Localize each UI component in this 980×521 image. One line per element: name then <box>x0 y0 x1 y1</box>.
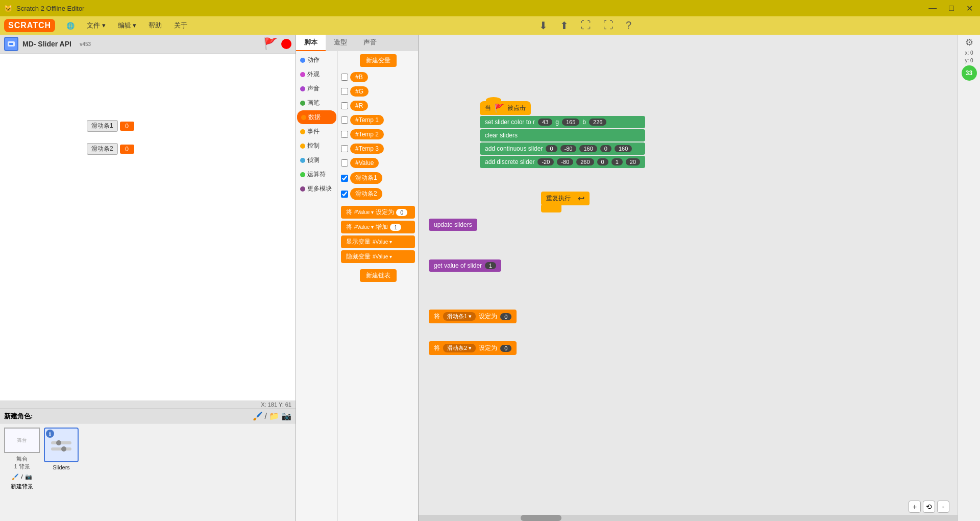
var-slider2-checkbox[interactable] <box>341 191 348 198</box>
var-b-checkbox[interactable] <box>341 74 348 81</box>
category-events[interactable]: 事件 <box>296 125 337 138</box>
var-value-block[interactable]: #Value <box>350 158 379 168</box>
turbo-icon[interactable]: ⛶ <box>601 18 616 33</box>
category-sound[interactable]: 声音 <box>296 82 337 96</box>
get-value-block[interactable]: get value of slider 1 <box>429 259 501 272</box>
var-r-checkbox[interactable] <box>341 102 348 109</box>
looks-dot <box>300 72 305 77</box>
menu-file[interactable]: 文件 ▾ <box>82 19 111 32</box>
sprite-thumbnail <box>4 37 18 51</box>
zoom-reset-button[interactable]: ⟲ <box>923 501 935 513</box>
new-backdrop-label: 新建背景 <box>11 483 33 490</box>
increase-variable-block[interactable]: 将 #Value ▾ 增加 1 <box>341 221 415 233</box>
category-looks[interactable]: 外观 <box>296 67 337 81</box>
var-slider2-block[interactable]: 滑动条2 <box>350 188 382 200</box>
red-stop-button[interactable] <box>281 39 291 49</box>
var-temp2-block[interactable]: #Temp 2 <box>350 129 384 139</box>
fullscreen-icon[interactable]: ⛶ <box>579 18 593 33</box>
close-button[interactable]: ✕ <box>963 3 976 14</box>
var-g-block[interactable]: #G <box>350 86 369 97</box>
var-r-block[interactable]: #R <box>350 101 368 111</box>
bottom-scrollbar-thumb[interactable] <box>521 515 561 521</box>
disc-val-3: 0 <box>597 158 608 165</box>
var-increase-dropdown[interactable]: #Value ▾ <box>354 224 374 230</box>
tab-sounds[interactable]: 声音 <box>355 35 385 51</box>
hide-var-dropdown[interactable]: #Value ▾ <box>373 254 392 259</box>
maximize-button[interactable]: □ <box>946 3 957 14</box>
when-flag-clicked-block[interactable]: 当 🚩 被点击 <box>480 101 531 115</box>
var-dropdown[interactable]: #Value ▾ <box>354 209 374 215</box>
sprite-indicator[interactable]: 33 <box>962 65 977 81</box>
category-motion[interactable]: 动作 <box>296 53 337 67</box>
menu-help[interactable]: 帮助 <box>143 19 167 32</box>
zoom-in-button[interactable]: + <box>909 501 921 513</box>
set-variable-block[interactable]: 将 #Value ▾ 设定为 0 <box>341 206 415 219</box>
sprite-sliders[interactable]: ℹ Sliders <box>44 428 79 517</box>
add-discrete-slider-block[interactable]: add discrete slider -20 -80 260 0 1 20 <box>480 156 645 168</box>
menu-about[interactable]: 关于 <box>169 19 192 32</box>
camera-sprite-icon[interactable]: 📷 <box>281 411 291 421</box>
new-list-button[interactable]: 新建链表 <box>360 269 397 282</box>
repeat-block[interactable]: 重复执行 ↩ <box>541 192 590 205</box>
hide-variable-block[interactable]: 隐藏变量 #Value ▾ <box>341 250 415 263</box>
minimize-button[interactable]: — <box>925 3 940 14</box>
var-temp1-checkbox[interactable] <box>341 116 348 124</box>
category-operators[interactable]: 运算符 <box>296 168 337 181</box>
help-icon[interactable]: ? <box>624 18 633 33</box>
show-var-dropdown[interactable]: #Value ▾ <box>373 239 392 245</box>
var-temp1-block[interactable]: #Temp 1 <box>350 115 384 125</box>
var-g-checkbox[interactable] <box>341 88 348 95</box>
slider-1-widget[interactable]: 滑动条1 0 <box>87 120 134 132</box>
menu-edit[interactable]: 编辑 ▾ <box>113 19 142 32</box>
var-row-temp2: #Temp 2 <box>341 128 415 140</box>
sprite-name-label: MD- Slider API <box>22 40 71 48</box>
tab-script[interactable]: 脚本 <box>296 35 326 51</box>
tab-costumes[interactable]: 造型 <box>326 35 355 51</box>
set-slider1-block[interactable]: 将 滑动条1 ▾ 设定为 0 <box>429 310 517 323</box>
new-backdrop-camera[interactable]: 📷 <box>25 473 32 480</box>
info-panel: ⚙ x: 0 y: 0 33 <box>958 35 980 521</box>
var-value-checkbox[interactable] <box>341 159 348 167</box>
category-sensing[interactable]: 侦测 <box>296 153 337 167</box>
add-continuous-slider-block[interactable]: add continuous slider 0 -80 160 0 160 <box>480 143 645 155</box>
set-s2-to: 设定为 <box>479 344 497 352</box>
category-data[interactable]: 数据 <box>297 110 336 124</box>
clear-sliders-block[interactable]: clear sliders <box>480 129 645 141</box>
new-backdrop-upload[interactable]: / <box>21 473 22 480</box>
var-temp3-checkbox[interactable] <box>341 145 348 152</box>
category-control[interactable]: 控制 <box>296 139 337 153</box>
var-slider1-checkbox[interactable] <box>341 175 348 182</box>
slider-2-widget[interactable]: 滑动条2 0 <box>87 143 134 155</box>
new-variable-button[interactable]: 新建变量 <box>360 54 397 67</box>
sprite-info-icon[interactable]: ℹ <box>46 430 54 438</box>
var-temp2-checkbox[interactable] <box>341 131 348 138</box>
show-variable-block[interactable]: 显示变量 #Value ▾ <box>341 235 415 248</box>
sprite-name: MD- Slider API v453 <box>4 37 95 51</box>
green-flag-button[interactable]: 🚩 <box>263 37 277 51</box>
new-sprite-icon[interactable]: 🖌️ <box>253 411 263 421</box>
slider1-dropdown[interactable]: 滑动条1 ▾ <box>443 312 476 321</box>
zoom-out-button[interactable]: - <box>937 501 949 513</box>
var-slider1-block[interactable]: 滑动条1 <box>350 172 382 184</box>
sprites-header: 新建角色: 🖌️ / 📁 📷 <box>0 409 296 423</box>
category-more-blocks[interactable]: 更多模块 <box>296 182 337 196</box>
stage-thumbnail[interactable]: 舞台 舞台1 背景 🖌️ / 📷 新建背景 <box>4 428 40 517</box>
var-row-temp3: #Temp 3 <box>341 143 415 155</box>
menu-globe[interactable]: 🌐 <box>61 20 80 32</box>
import-icon[interactable]: ⬇ <box>537 18 550 33</box>
var-temp3-block[interactable]: #Temp 3 <box>350 144 384 154</box>
upload-sprite-icon[interactable]: / <box>265 412 267 421</box>
sensing-dot <box>300 158 305 163</box>
bottom-scrollbar[interactable] <box>419 515 958 521</box>
set-slider2-block[interactable]: 将 滑动条2 ▾ 设定为 0 <box>429 341 517 355</box>
var-b-block[interactable]: #B <box>350 72 368 82</box>
set-slider-color-block[interactable]: set slider color to r 43 g 165 b 226 <box>480 116 645 128</box>
gear-icon[interactable]: ⚙ <box>965 37 973 48</box>
set-s1-value: 0 <box>500 313 511 320</box>
category-pen[interactable]: 画笔 <box>296 96 337 110</box>
update-sliders-block[interactable]: update sliders <box>429 219 477 231</box>
surprise-sprite-icon[interactable]: 📁 <box>269 411 279 421</box>
new-backdrop-paint[interactable]: 🖌️ <box>12 473 19 480</box>
export-icon[interactable]: ⬆ <box>558 18 571 33</box>
slider2-dropdown[interactable]: 滑动条2 ▾ <box>443 344 476 352</box>
